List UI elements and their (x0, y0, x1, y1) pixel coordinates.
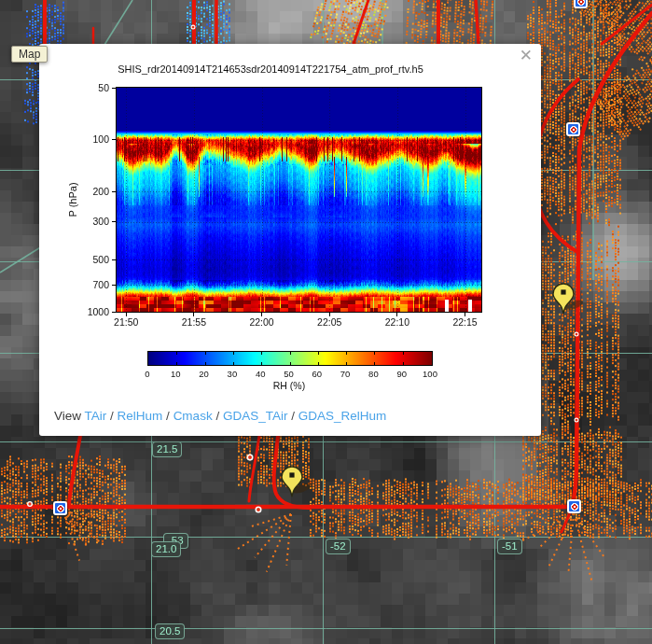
y-tick-label: 50 (98, 82, 109, 93)
graticule-label: 20.5 (155, 623, 185, 639)
y-tick-mark (112, 88, 117, 89)
colorbar-tick-label: 40 (249, 369, 271, 379)
y-tick-label: 700 (92, 279, 109, 290)
view-links-row: View TAir / RelHum / Cmask / GDAS_TAir /… (54, 409, 386, 423)
colorbar-tick-label: 30 (221, 369, 243, 379)
x-tick-label: 21:55 (171, 316, 217, 328)
view-link-cmask[interactable]: Cmask (173, 409, 213, 423)
colorbar-tick-label: 100 (419, 369, 441, 379)
x-tick-label: 21:50 (103, 316, 149, 328)
colorbar-tick-label: 80 (362, 369, 384, 379)
colorbar (147, 351, 433, 366)
view-link-tair[interactable]: TAir (85, 409, 107, 423)
map-type-button[interactable]: Map (11, 46, 48, 63)
colorbar-tick-label: 20 (193, 369, 215, 379)
x-tick-mark (126, 312, 127, 316)
colorbar-tick-label: 90 (391, 369, 413, 379)
colorbar-tick-label: 70 (334, 369, 356, 379)
x-tick-mark (465, 312, 465, 316)
y-tick-label: 500 (92, 254, 109, 265)
y-axis-label: P (hPa) (67, 182, 78, 217)
y-tick-mark (112, 221, 117, 222)
view-links-prefix: View (54, 409, 81, 423)
dropsonde-ring-icon (571, 503, 578, 511)
graticule-label: -51 (497, 539, 522, 554)
link-separator: / (162, 409, 170, 423)
map-pin-marker[interactable] (539, 277, 588, 318)
y-tick-label: 300 (92, 216, 109, 227)
view-link-gdas_tair[interactable]: GDAS_TAir (223, 409, 288, 423)
y-tick-mark (112, 191, 117, 192)
dropsonde-marker[interactable] (53, 501, 67, 515)
close-icon[interactable]: ✕ (520, 48, 533, 64)
plot-title: SHIS_rdr20140914T214653sdr20140914T22175… (41, 63, 500, 75)
x-tick-mark (261, 312, 262, 316)
view-link-gdas_relhum[interactable]: GDAS_RelHum (298, 409, 387, 423)
colorbar-canvas (148, 352, 432, 365)
x-tick-mark (329, 312, 330, 316)
colorbar-tick-label: 10 (164, 369, 187, 379)
dropsonde-marker[interactable] (566, 122, 580, 136)
dropsonde-ring-icon (57, 505, 64, 512)
map-application-window: 21.5-5321.0-52-5120.5 Map ✕ SHIS_rdr2014… (0, 0, 652, 644)
dropsonde-marker[interactable] (574, 0, 588, 8)
graticule-label: 21.5 (152, 441, 182, 457)
x-tick-mark (193, 312, 194, 316)
y-tick-mark (112, 259, 117, 260)
y-tick-mark (112, 312, 117, 313)
colorbar-tick-label: 60 (306, 369, 328, 379)
link-separator: / (287, 409, 295, 423)
x-tick-mark (396, 312, 397, 316)
rh-heatmap-plot: P (hPa) 50100200300500700100021:5021:552… (116, 87, 482, 313)
dropsonde-ring-icon (570, 126, 577, 133)
colorbar-title: RH (%) (147, 380, 431, 391)
y-tick-label: 1000 (88, 306, 109, 317)
x-tick-label: 22:00 (239, 316, 285, 328)
y-tick-label: 200 (92, 186, 109, 197)
info-window: ✕ SHIS_rdr20140914T214653sdr20140914T221… (39, 44, 541, 436)
dropsonde-ring-icon (577, 0, 585, 6)
graticule-label: 21.0 (151, 541, 181, 557)
heatmap-canvas (117, 88, 481, 312)
graticule-label: -52 (326, 539, 351, 554)
y-tick-label: 100 (92, 133, 109, 145)
dropsonde-marker[interactable] (567, 499, 581, 513)
view-link-relhum[interactable]: RelHum (118, 409, 163, 423)
link-separator: / (106, 409, 114, 423)
y-tick-mark (112, 139, 117, 140)
y-tick-mark (112, 285, 117, 286)
x-tick-label: 22:15 (442, 316, 489, 328)
link-separator: / (213, 409, 220, 423)
colorbar-tick-label: 50 (278, 369, 300, 379)
x-tick-label: 22:10 (374, 316, 421, 328)
x-tick-label: 22:05 (306, 316, 353, 328)
colorbar-tick-label: 0 (136, 369, 159, 379)
map-pin-marker[interactable] (268, 460, 316, 501)
